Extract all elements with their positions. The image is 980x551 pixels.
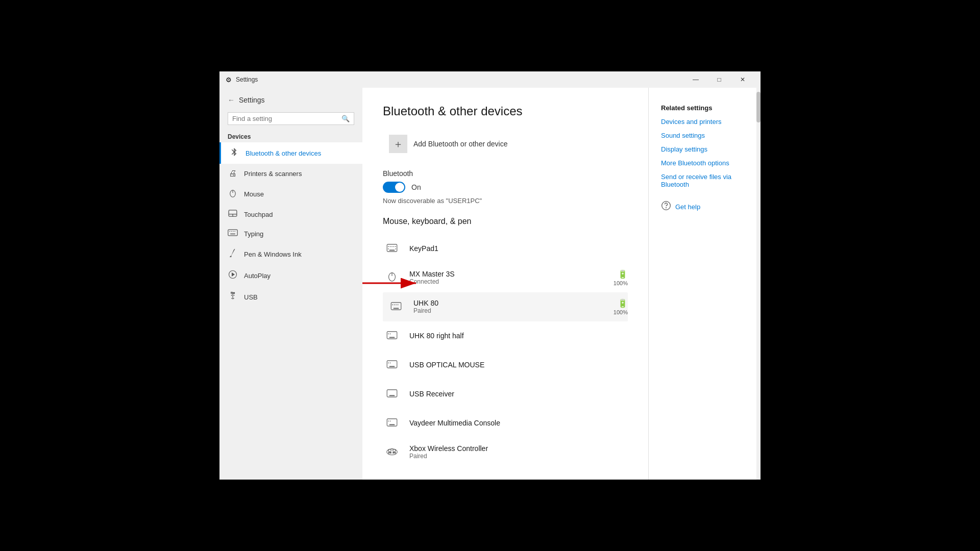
- sidebar-item-touchpad[interactable]: Touchpad: [219, 205, 362, 224]
- svg-point-55: [390, 452, 391, 453]
- sidebar-item-pen[interactable]: Pen & Windows Ink: [219, 243, 362, 265]
- device-icon-wrap-keyppad1: [383, 239, 401, 258]
- device-item-keyppad1[interactable]: KeyPad1: [383, 234, 628, 263]
- device-item-xbox[interactable]: Xbox Wireless Controller Paired: [383, 438, 628, 467]
- related-link-bluetooth-options[interactable]: More Bluetooth options: [661, 159, 748, 167]
- device-status-xbox: Paired: [409, 453, 628, 460]
- search-icon: 🔍: [341, 115, 350, 122]
- sidebar-item-label-mouse: Mouse: [244, 190, 264, 198]
- device-item-uhk80[interactable]: UHK 80 Paired 🔋 100%: [383, 292, 628, 321]
- back-label: Settings: [239, 96, 265, 104]
- sidebar-section-label: Devices: [219, 129, 362, 142]
- device-item-usbmouse[interactable]: USB OPTICAL MOUSE: [383, 350, 628, 380]
- autoplay-icon: [228, 270, 238, 281]
- toggle-knob: [395, 183, 404, 192]
- device-info-keyppad1: KeyPad1: [409, 244, 628, 253]
- device-name-mx: MX Master 3S: [409, 270, 605, 278]
- right-panel: Related settings Devices and printers So…: [648, 88, 761, 480]
- add-device-button[interactable]: ＋ Add Bluetooth or other device: [383, 131, 513, 157]
- device-icon-wrap-usbreceiver: [383, 385, 401, 403]
- back-icon: ←: [228, 96, 235, 104]
- toggle-state: On: [411, 183, 421, 191]
- keyboard-icon-usbmouse: [386, 358, 398, 371]
- search-box[interactable]: 🔍: [228, 112, 354, 125]
- device-info-uhk80r: UHK 80 right half: [409, 332, 628, 340]
- maximize-button[interactable]: □: [707, 71, 731, 88]
- bluetooth-toggle[interactable]: [383, 182, 405, 193]
- device-name-xbox: Xbox Wireless Controller: [409, 444, 628, 453]
- typing-icon: [228, 229, 238, 238]
- titlebar-left: ⚙ Settings: [226, 76, 258, 84]
- svg-point-52: [388, 449, 391, 452]
- sidebar: ← Settings 🔍 Devices Bluetooth & other d…: [219, 88, 362, 480]
- keyboard-icon-uhk80r: [386, 329, 398, 342]
- svg-point-56: [393, 452, 394, 453]
- device-icon-wrap-xbox: [383, 443, 401, 461]
- device-item-vaydeer[interactable]: Vaydeer Multimedia Console: [383, 409, 628, 438]
- sidebar-item-printers[interactable]: 🖨 Printers & scanners: [219, 164, 362, 183]
- scrollbar-thumb: [756, 92, 761, 122]
- sidebar-item-typing[interactable]: Typing: [219, 224, 362, 243]
- device-info-xbox: Xbox Wireless Controller Paired: [409, 444, 628, 460]
- related-link-send-files[interactable]: Send or receive files via Bluetooth: [661, 173, 748, 188]
- search-input[interactable]: [232, 115, 338, 122]
- device-icon-wrap-uhk80: [387, 297, 405, 316]
- keyboard-icon-keyppad1: [386, 242, 398, 255]
- related-link-display[interactable]: Display settings: [661, 145, 748, 153]
- sidebar-item-label-usb: USB: [244, 293, 258, 301]
- battery-pct-uhk80: 100%: [614, 309, 628, 315]
- device-name-vaydeer: Vaydeer Multimedia Console: [409, 419, 628, 427]
- svg-point-53: [393, 449, 396, 452]
- device-icon-wrap-uhk80r: [383, 327, 401, 345]
- mouse-icon: [228, 188, 238, 199]
- usb-icon: [228, 291, 238, 303]
- bluetooth-label: Bluetooth: [383, 169, 628, 178]
- device-status-mx: Connected: [409, 278, 605, 285]
- related-settings-title: Related settings: [661, 104, 748, 112]
- svg-point-54: [388, 452, 389, 453]
- bluetooth-section: Bluetooth On Now discoverable as "USER1P…: [383, 169, 628, 205]
- keyboard-icon-usbreceiver: [386, 387, 398, 400]
- sidebar-item-autoplay[interactable]: AutoPlay: [219, 265, 362, 286]
- device-item-mx-master[interactable]: MX Master 3S Connected 🔋 100%: [383, 263, 628, 292]
- get-help-link[interactable]: Get help: [675, 203, 700, 211]
- sidebar-item-usb[interactable]: USB: [219, 286, 362, 308]
- keyboard-icon-vaydeer: [386, 416, 398, 430]
- svg-marker-12: [232, 273, 235, 276]
- svg-point-17: [233, 292, 234, 293]
- device-list: KeyPad1 MX Master 3S Connected: [383, 234, 628, 467]
- main-panel: Bluetooth & other devices ＋ Add Bluetoot…: [362, 88, 648, 480]
- device-info-usbreceiver: USB Receiver: [409, 390, 628, 398]
- back-button[interactable]: ← Settings: [219, 92, 362, 108]
- related-link-devices[interactable]: Devices and printers: [661, 118, 748, 126]
- window-title: Settings: [236, 76, 258, 83]
- sidebar-item-bluetooth[interactable]: Bluetooth & other devices: [219, 142, 362, 164]
- scrollbar[interactable]: [756, 88, 761, 480]
- svg-point-59: [666, 208, 667, 208]
- gamepad-icon-xbox: [386, 445, 398, 459]
- close-button[interactable]: ✕: [731, 71, 754, 88]
- device-item-usbreceiver[interactable]: USB Receiver: [383, 380, 628, 409]
- sidebar-item-label-pen: Pen & Windows Ink: [244, 251, 302, 258]
- device-info-mx: MX Master 3S Connected: [409, 270, 605, 285]
- sidebar-item-mouse[interactable]: Mouse: [219, 183, 362, 205]
- mouse-icon-mx: [388, 270, 396, 285]
- related-link-sound[interactable]: Sound settings: [661, 132, 748, 139]
- home-icon: ⚙: [226, 76, 232, 84]
- titlebar-controls: — □ ✕: [684, 71, 754, 88]
- device-info-usbmouse: USB OPTICAL MOUSE: [409, 361, 628, 369]
- battery-pct-mx: 100%: [614, 280, 628, 286]
- content-area: ← Settings 🔍 Devices Bluetooth & other d…: [219, 88, 761, 480]
- svg-point-51: [387, 449, 398, 455]
- keyboard-icon-uhk80: [390, 300, 402, 313]
- sidebar-item-label-bluetooth: Bluetooth & other devices: [246, 149, 321, 157]
- device-info-uhk80: UHK 80 Paired: [413, 299, 605, 314]
- minimize-button[interactable]: —: [684, 71, 707, 88]
- get-help-icon: [661, 201, 671, 213]
- battery-icon-uhk80: 🔋: [618, 298, 628, 308]
- get-help-row: Get help: [661, 201, 748, 213]
- device-item-uhk80right[interactable]: UHK 80 right half: [383, 321, 628, 350]
- device-icon-wrap-mx: [383, 268, 401, 287]
- svg-point-57: [395, 452, 396, 453]
- settings-window: ⚙ Settings — □ ✕ ← Settings 🔍 Devices: [219, 71, 761, 480]
